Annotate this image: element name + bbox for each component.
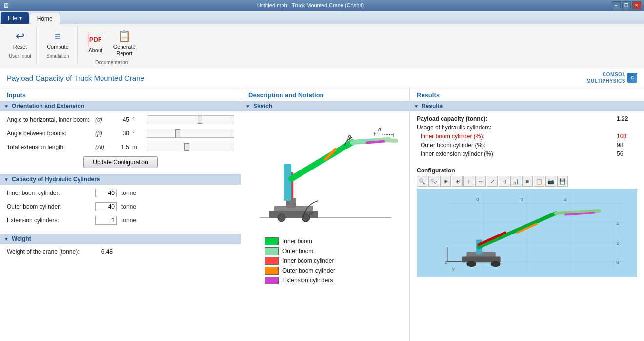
inner-boom-cyl-color [265,257,279,265]
right-panel: Results ▼ Results Payload capacity (tonn… [410,87,644,341]
window-controls: ─ ❐ ✕ [612,1,641,9]
payload-label: Payload capacity (tonne): [417,115,613,122]
ribbon-group-simulation: ≡ Compute Simulation [39,26,78,65]
svg-line-14 [374,134,394,135]
copy-button[interactable]: 📋 [534,176,544,187]
sketch-header-label: Sketch [253,103,272,109]
pan-v-button[interactable]: ↕ [463,176,474,187]
svg-rect-7 [284,164,291,201]
middle-panel: Description and Notation ▼ Sketch [242,87,410,341]
legend-ext-cyl: Extension cylinders [265,277,335,284]
about-icon: PDF [88,32,103,47]
compute-button[interactable]: ≡ Compute [43,26,72,52]
weight-value: 6.48 [95,248,113,255]
results-header[interactable]: ▼ Results [410,101,644,111]
ribbon-group-documentation: PDF About 📋 Generate Report Documentatio… [80,26,144,65]
comsol-text: COMSOLMULTIPHYSICS [586,71,625,84]
inner-boom-legend-label: Inner boom [282,238,312,245]
tab-home[interactable]: Home [30,13,60,24]
minimize-button[interactable]: ─ [612,1,621,9]
ribbon-tabs: File ▾ Home [0,11,644,24]
param-row-alpha: Angle to horizontal, inner boom: (α) 45 … [7,115,234,124]
sketch-collapse: ▼ [245,104,250,109]
result-row-payload: Payload capacity (tonne): 1.22 [417,115,637,122]
ext-cyl-result-label: Inner extension cylinder (%): [421,150,613,157]
outer-cyl-value: 98 [613,142,637,149]
legend-outer-boom-cyl: Outer boom cylinder [265,267,335,275]
delta-slider-thumb[interactable] [184,143,189,151]
alpha-value: 45 [112,116,129,123]
alpha-symbol: (α) [95,116,109,123]
inner-cyl-label: Inner boom cylinder (%): [421,133,613,140]
extents-button[interactable]: ⊞ [452,176,463,187]
description-title: Description and Notation [242,87,409,101]
ext-cyl-input[interactable]: 1 [95,216,117,225]
reset-button[interactable]: ↩ Reset [9,26,31,52]
alpha-slider-track [147,115,234,124]
alpha-slider-thumb[interactable] [198,116,202,124]
inner-boom-cyl-legend-label: Inner boom cylinder [282,257,334,264]
hydraulic-header[interactable]: ▼ Capacity of Hydraulic Cylinders [0,174,241,185]
orientation-header[interactable]: ▼ Orientation and Extension [0,101,241,111]
rotate-button[interactable]: ⤢ [487,176,498,187]
outer-boom-cyl-row: Outer boom cylinder: 40 tonne [7,202,234,211]
generate-report-button[interactable]: 📋 Generate Report [110,26,139,59]
results-content: Payload capacity (tonne): 1.22 Usage of … [410,111,644,163]
ribbon: File ▾ Home ↩ Reset User Input ≡ Compute [0,11,644,67]
ext-cyl-row: Extension cylinders: 1 tonne [7,216,234,225]
group-label-user-input: User Input [9,53,31,59]
outer-boom-cyl-legend-label: Outer boom cylinder [282,267,335,274]
zoom-out-button[interactable]: 🔍- [428,176,439,187]
viewport-svg: 0 2 4 4 2 0 z y [417,189,637,277]
delta-label: Total extension length: [7,144,92,150]
save-button[interactable]: 💾 [557,176,568,187]
svg-line-8 [291,142,352,179]
close-button[interactable]: ✕ [632,1,641,9]
grid-button[interactable]: ⊡ [499,176,509,187]
ribbon-group-buttons: ↩ Reset [9,26,31,52]
results-section-title: Results [410,87,644,101]
weight-header[interactable]: ▼ Weight [0,234,241,244]
weight-header-label: Weight [12,235,31,242]
delta-slider-track [147,143,234,151]
inner-boom-cyl-unit: tonne [121,190,136,196]
hydraulic-content: Inner boom cylinder: 40 tonne Outer boom… [0,185,241,234]
ribbon-group-user-input: ↩ Reset User Input [4,26,37,65]
collapse-triangle-2: ▼ [4,177,9,182]
svg-text:2: 2 [616,240,619,246]
outer-boom-cyl-label: Outer boom cylinder: [7,203,92,210]
outer-boom-cyl-input[interactable]: 40 [95,202,117,211]
results-header-label: Results [422,103,443,109]
sketch-area: α β Δl Inner boom [242,111,409,288]
reset-icon: ↩ [12,28,28,44]
restore-button[interactable]: ❐ [622,1,631,9]
collapse-triangle: ▼ [4,104,9,109]
beta-slider-thumb[interactable] [175,129,180,137]
beta-unit: ° [132,130,144,137]
ext-cyl-label: Extension cylinders: [7,217,92,224]
crane-legend: Inner boom Outer boom Inner boom cylinde… [265,237,335,284]
outer-boom-color [265,247,279,255]
inner-boom-cyl-input[interactable]: 40 [95,189,117,197]
payload-value: 1.22 [613,115,637,122]
file-tab[interactable]: File ▾ [1,12,29,24]
page-title-bar: Payload Capacity of Truck Mounted Crane … [0,67,644,87]
sketch-header[interactable]: ▼ Sketch [242,101,409,111]
about-button[interactable]: PDF About [84,30,107,56]
config-toolbar: 🔍 🔍- ⊕ ⊞ ↕ ↔ ⤢ ⊡ 📊 ≡ 📋 📷 💾 [417,176,637,187]
fit-button[interactable]: ⊕ [440,176,451,187]
results-collapse: ▼ [414,104,419,109]
config-viewport: 0 2 4 4 2 0 z y [417,189,637,277]
pan-h-button[interactable]: ↔ [475,176,486,187]
zoom-in-button[interactable]: 🔍 [417,176,427,187]
legend-button[interactable]: ≡ [522,176,533,187]
plot-button[interactable]: 📊 [510,176,521,187]
ribbon-group-buttons-sim: ≡ Compute [43,26,72,52]
hydraulic-header-label: Capacity of Hydraulic Cylinders [12,176,100,183]
svg-point-3 [278,214,285,222]
config-section: Configuration 🔍 🔍- ⊕ ⊞ ↕ ↔ ⤢ ⊡ 📊 ≡ 📋 📷 💾 [410,163,644,281]
screenshot-button[interactable]: 📷 [545,176,556,187]
svg-text:y: y [452,266,455,272]
update-configuration-button[interactable]: Update Configuration [83,156,157,168]
window-title: Untitled.mph - Truck Mounted Crane (C:\s… [257,2,364,8]
